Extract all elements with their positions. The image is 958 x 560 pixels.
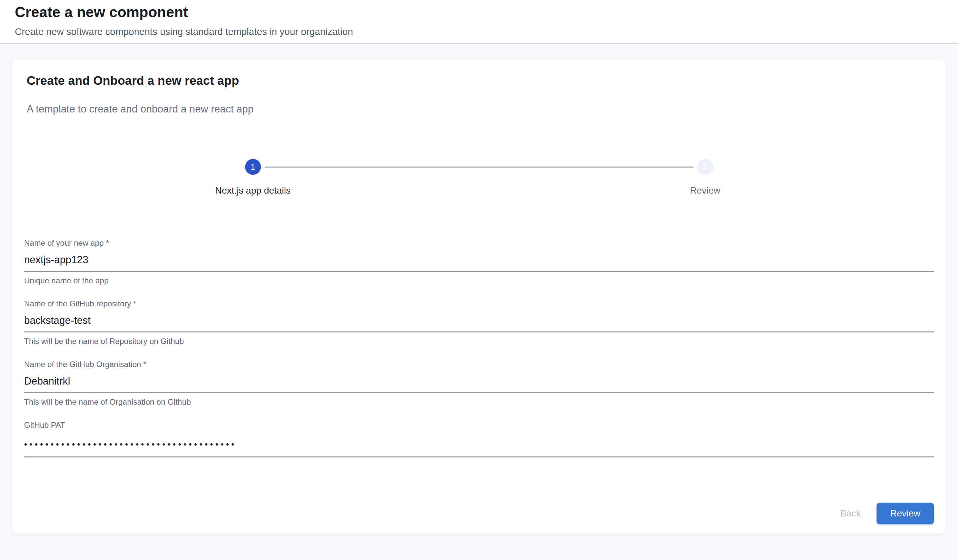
field-org-name: Name of the GitHub Organisation * This w…	[24, 360, 934, 407]
repo-name-label: Name of the GitHub repository *	[24, 299, 136, 308]
app-details-form: Name of your new app * Unique name of th…	[24, 238, 934, 457]
github-pat-label: GitHub PAT	[24, 420, 65, 429]
page-header: Create a new component Create new softwa…	[0, 0, 958, 44]
page-subtitle: Create new software components using sta…	[15, 26, 943, 38]
field-repo-name: Name of the GitHub repository * This wil…	[24, 299, 934, 346]
github-pat-input[interactable]	[24, 430, 934, 457]
back-button[interactable]: Back	[831, 504, 870, 524]
wizard-actions: Back Review	[831, 503, 934, 524]
app-name-input[interactable]	[24, 248, 934, 272]
step-2-label: Review	[690, 185, 720, 197]
field-github-pat: GitHub PAT	[24, 420, 934, 457]
field-app-name: Name of your new app * Unique name of th…	[24, 238, 934, 286]
step-1-label: Next.js app details	[215, 185, 291, 197]
repo-name-input[interactable]	[24, 309, 934, 332]
org-name-helper: This will be the name of Organisation on…	[24, 397, 934, 407]
step-2-indicator: 2	[697, 159, 713, 175]
main-content: Create and Onboard a new react app A tem…	[0, 44, 958, 534]
page-title: Create a new component	[15, 3, 943, 21]
app-name-label: Name of your new app *	[24, 238, 109, 247]
app-name-helper: Unique name of the app	[24, 276, 934, 286]
org-name-input[interactable]	[24, 370, 934, 393]
template-wizard-card: Create and Onboard a new react app A tem…	[12, 59, 946, 534]
step-1-indicator: 1	[245, 159, 261, 175]
wizard-stepper: 1 Next.js app details 2 Review	[27, 159, 931, 197]
stepper-step-review: 2 Review	[479, 159, 931, 197]
template-title: Create and Onboard a new react app	[27, 73, 931, 88]
stepper-connector-line	[265, 167, 693, 168]
org-name-label: Name of the GitHub Organisation *	[24, 360, 146, 369]
stepper-step-app-details: 1 Next.js app details	[27, 159, 479, 197]
repo-name-helper: This will be the name of Repository on G…	[24, 336, 934, 346]
template-description: A template to create and onboard a new r…	[27, 103, 931, 116]
review-button[interactable]: Review	[877, 503, 934, 524]
